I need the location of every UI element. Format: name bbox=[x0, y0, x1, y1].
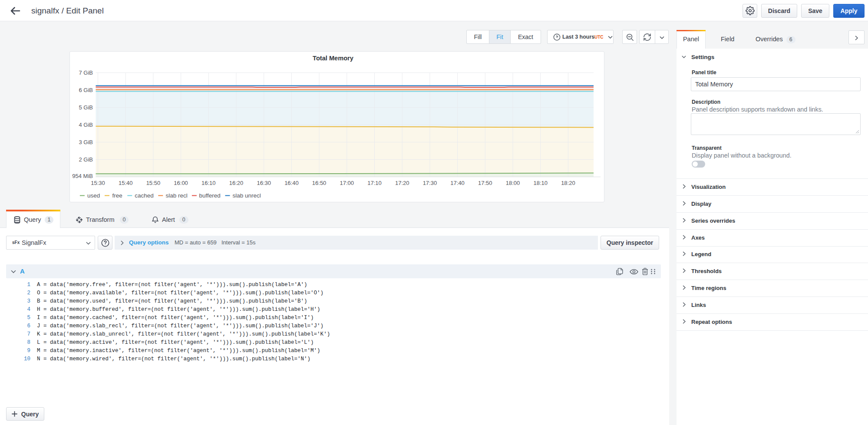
svg-text:17:50: 17:50 bbox=[478, 180, 492, 186]
svg-text:6 GiB: 6 GiB bbox=[79, 87, 93, 93]
svg-text:15:40: 15:40 bbox=[119, 180, 133, 186]
svg-text:954 MiB: 954 MiB bbox=[72, 173, 93, 179]
svg-text:16:10: 16:10 bbox=[201, 180, 216, 186]
svg-text:17:20: 17:20 bbox=[395, 180, 409, 186]
svg-text:slab recl: slab recl bbox=[165, 192, 187, 199]
svg-text:7 GiB: 7 GiB bbox=[79, 69, 93, 76]
svg-text:16:40: 16:40 bbox=[284, 180, 299, 186]
svg-text:17:30: 17:30 bbox=[423, 180, 437, 186]
svg-text:17:10: 17:10 bbox=[367, 180, 382, 186]
svg-text:17:00: 17:00 bbox=[340, 180, 354, 186]
svg-text:buffered: buffered bbox=[199, 192, 220, 199]
svg-text:used: used bbox=[87, 192, 100, 199]
svg-text:16:30: 16:30 bbox=[257, 180, 271, 186]
svg-text:cached: cached bbox=[135, 192, 154, 199]
svg-text:3 GiB: 3 GiB bbox=[79, 139, 93, 145]
svg-text:18:20: 18:20 bbox=[561, 180, 575, 186]
svg-text:15:50: 15:50 bbox=[146, 180, 161, 186]
svg-text:16:20: 16:20 bbox=[229, 180, 244, 186]
svg-text:18:00: 18:00 bbox=[506, 180, 520, 186]
svg-text:Total Memory: Total Memory bbox=[313, 55, 354, 62]
svg-text:17:40: 17:40 bbox=[450, 180, 465, 186]
svg-text:free: free bbox=[112, 192, 122, 199]
svg-text:4 GiB: 4 GiB bbox=[79, 122, 93, 128]
svg-text:16:00: 16:00 bbox=[174, 180, 188, 186]
svg-text:2 GiB: 2 GiB bbox=[79, 156, 93, 163]
svg-text:15:30: 15:30 bbox=[91, 180, 105, 186]
svg-text:18:10: 18:10 bbox=[533, 180, 548, 186]
svg-text:16:50: 16:50 bbox=[312, 180, 327, 186]
svg-text:5 GiB: 5 GiB bbox=[79, 104, 93, 111]
svg-text:slab unrecl: slab unrecl bbox=[232, 192, 261, 199]
